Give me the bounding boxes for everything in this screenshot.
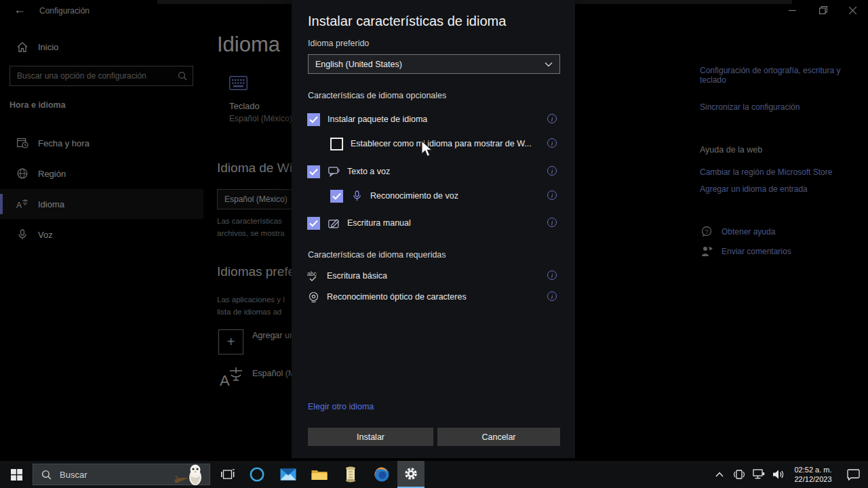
send-feedback-label: Enviar comentarios [722, 247, 791, 256]
sidebar-item-region[interactable]: Región [0, 159, 203, 188]
mail-icon [280, 468, 296, 481]
get-help-label: Obtener ayuda [722, 227, 775, 237]
tray-chevron-up[interactable] [709, 472, 729, 477]
svg-text:A: A [16, 201, 22, 209]
settings-gear-icon [403, 466, 418, 481]
sidebar-item-voz[interactable]: Voz [0, 220, 203, 249]
add-language-label: Agregar un [252, 331, 292, 340]
preferred-language-dropdown[interactable]: English (United States) [308, 54, 560, 74]
dialog-title: Instalar características de idioma [308, 14, 506, 29]
close-button[interactable] [837, 0, 868, 20]
taskbar: Buscar [0, 461, 868, 488]
required-basic-typing: abc Escritura básica [307, 268, 387, 283]
handwriting-icon [328, 218, 340, 228]
sidebar-item-home[interactable]: Inicio [0, 32, 203, 62]
windows-language-desc-line2: archivos, se mostra [217, 229, 294, 237]
window-title: Configuración [39, 6, 90, 16]
taskbar-search-placeholder: Buscar [60, 470, 87, 480]
info-icon[interactable]: i [547, 114, 557, 123]
minimize-icon [789, 7, 796, 14]
plus-icon: + [227, 334, 235, 350]
option-handwriting[interactable]: Escritura manual [307, 216, 411, 230]
cortana-icon [249, 466, 265, 483]
minimize-button[interactable] [776, 0, 808, 20]
preferred-language-value: English (United States) [315, 60, 402, 69]
sidebar-section-label: Hora e idioma [9, 100, 66, 110]
info-icon[interactable]: i [547, 291, 557, 301]
language-icon: A [15, 199, 30, 209]
language-item-label: Español (M [252, 369, 292, 378]
get-help-link[interactable]: ? Obtener ayuda [701, 226, 775, 237]
mail-app-button[interactable] [273, 461, 304, 488]
task-view-button[interactable] [214, 461, 241, 488]
search-icon [41, 470, 52, 480]
option-install-language-pack[interactable]: Instalar paquete de idioma [307, 112, 427, 127]
tray-volume[interactable] [768, 469, 788, 480]
chevron-down-icon [545, 60, 553, 69]
selected-indicator [0, 194, 3, 214]
sidebar-item-idioma[interactable]: A Idioma [0, 189, 203, 219]
start-button[interactable] [0, 461, 33, 488]
install-language-features-dialog: Instalar características de idioma Idiom… [292, 0, 575, 458]
settings-search-input[interactable]: Buscar una opción de configuración [9, 66, 193, 86]
firefox-button[interactable] [366, 461, 397, 488]
checkbox[interactable] [307, 217, 320, 230]
back-button[interactable]: ← [9, 3, 30, 19]
cancel-button[interactable]: Cancelar [437, 428, 560, 446]
checkbox[interactable] [330, 190, 343, 203]
mouse-cursor [421, 140, 433, 158]
clock-time: 02:52 a. m. [788, 465, 838, 474]
page-title: Idioma [217, 33, 280, 57]
option-label: Texto a voz [347, 167, 390, 176]
preferred-desc-line1: Las aplicaciones y l [217, 296, 294, 304]
windows-logo-icon [11, 469, 22, 481]
spelling-settings-link[interactable]: Configuración de ortografía, escritura y… [700, 66, 857, 85]
sync-settings-link[interactable]: Sincronizar la configuración [700, 102, 857, 112]
option-text-to-speech[interactable]: Texto a voz [307, 164, 390, 179]
web-help-heading: Ayuda de la web [700, 145, 762, 155]
microphone-icon [15, 229, 30, 240]
info-icon[interactable]: i [547, 166, 557, 176]
choose-another-language-link[interactable]: Elegir otro idioma [308, 402, 374, 411]
taskbar-clock[interactable]: 02:52 a. m. 22/12/2023 [788, 465, 838, 484]
store-region-link[interactable]: Cambiar la región de Microsoft Store [700, 167, 863, 177]
add-language-button[interactable]: + [218, 329, 243, 354]
tray-network[interactable] [749, 469, 768, 480]
info-icon[interactable]: i [547, 138, 557, 148]
checkbox[interactable] [307, 113, 320, 126]
basic-typing-icon: abc [307, 270, 319, 282]
checkbox[interactable] [330, 138, 343, 150]
scroll-app-button[interactable] [335, 461, 366, 488]
svg-text:A: A [220, 372, 230, 388]
svg-text:?: ? [705, 228, 709, 235]
keyboard-icon [229, 76, 248, 93]
taskbar-search-input[interactable]: Buscar [33, 464, 210, 485]
preferred-languages-heading: Idiomas prefe [217, 264, 293, 279]
add-input-language-link[interactable]: Agregar un idioma de entrada [700, 184, 863, 194]
search-highlight-owl-image [173, 462, 208, 487]
folder-icon [311, 468, 328, 481]
ethernet-network-icon [753, 469, 765, 480]
system-tray: 02:52 a. m. 22/12/2023 [709, 461, 868, 488]
settings-app-button[interactable] [397, 461, 425, 488]
send-feedback-link[interactable]: Enviar comentarios [701, 245, 791, 257]
windows-language-desc-line1: Las características [217, 217, 294, 225]
file-explorer-button[interactable] [304, 461, 335, 488]
action-center-icon [847, 469, 860, 481]
checkbox[interactable] [307, 165, 320, 178]
settings-search-placeholder: Buscar una opción de configuración [17, 71, 178, 81]
action-center-button[interactable] [838, 469, 868, 481]
install-button[interactable]: Instalar [308, 428, 433, 446]
option-speech-recognition[interactable]: Reconocimiento de voz [330, 188, 458, 203]
info-icon[interactable]: i [547, 218, 557, 227]
clock-date: 22/12/2023 [788, 474, 838, 484]
tray-device-sync[interactable] [729, 468, 749, 481]
info-icon[interactable]: i [547, 270, 557, 280]
restore-button[interactable] [808, 0, 839, 20]
info-icon[interactable]: i [547, 190, 557, 200]
close-icon [849, 7, 856, 14]
sidebar-item-fecha-y-hora[interactable]: Fecha y hora [0, 128, 203, 158]
sidebar-item-label: Idioma [38, 199, 64, 209]
option-label: Instalar paquete de idioma [328, 115, 427, 124]
cortana-button[interactable] [241, 461, 273, 488]
